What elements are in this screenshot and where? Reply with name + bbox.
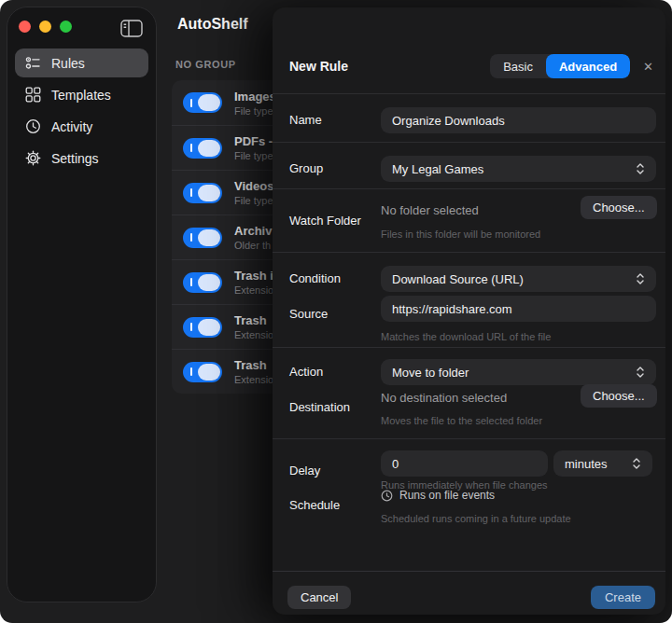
divider [273,142,665,143]
close-icon[interactable]: ✕ [643,61,653,73]
rule-title: Videos [234,179,273,193]
divider [273,438,665,439]
rule-toggle[interactable] [183,183,222,203]
sidebar-item-settings[interactable]: Settings [15,144,148,173]
destination-helper: Moves the file to the selected folder [381,415,542,426]
group-select-value: My Legal Games [392,162,483,176]
delay-input[interactable] [381,450,548,477]
delay-unit-value: minutes [565,457,608,471]
destination-choose-button[interactable]: Choose... [581,384,657,408]
chevron-up-down-icon [636,272,645,285]
chevron-up-down-icon [636,366,645,379]
divider [273,571,665,572]
rule-subtitle: Extensio [234,284,273,296]
schedule-status: Runs on file events [381,489,495,502]
activity-icon [24,118,41,135]
divider [273,252,665,253]
section-header-no-group: NO GROUP [175,59,236,70]
close-window-button[interactable] [19,21,31,33]
rule-title: PDFs - [234,134,273,148]
rule-toggle[interactable] [183,317,222,338]
rule-title: Trash [234,313,273,327]
name-label: Name [289,109,322,132]
schedule-status-text: Runs on file events [399,489,495,502]
sidebar-item-label: Settings [51,151,99,166]
window-controls [19,21,72,33]
clock-icon [381,490,393,502]
rule-toggle[interactable] [183,362,222,382]
source-helper: Matches the download URL of the file [381,331,551,342]
delay-unit-select[interactable]: minutes [553,450,652,477]
settings-icon [24,150,41,167]
chevron-up-down-icon [636,162,645,175]
condition-select[interactable]: Download Source (URL) [381,266,656,292]
action-select[interactable]: Move to folder [381,359,656,385]
condition-label: Condition [289,268,341,290]
sidebar-item-label: Templates [51,88,111,103]
tab-basic[interactable]: Basic [490,54,546,78]
name-input[interactable] [381,107,656,133]
action-select-value: Move to folder [392,366,469,380]
sidebar-nav: Rules Templates [15,48,148,173]
rule-toggle[interactable] [183,272,222,293]
watch-folder-label: Watch Folder [289,210,361,232]
sidebar: Rules Templates [7,7,157,602]
rule-toggle[interactable] [183,92,222,113]
sidebar-item-templates[interactable]: Templates [15,80,148,109]
schedule-helper: Scheduled runs coming in a future update [381,513,571,524]
rule-subtitle: File type [234,195,273,206]
rules-icon [24,55,41,72]
destination-value: No destination selected [381,387,507,409]
chevron-up-down-icon [632,457,641,470]
rule-title: Images [234,90,276,104]
modal-title: New Rule [289,59,348,74]
action-label: Action [289,361,323,383]
sidebar-item-activity[interactable]: Activity [15,112,148,141]
group-label: Group [289,158,323,180]
create-button[interactable]: Create [591,586,655,609]
new-rule-modal: New Rule Basic Advanced ✕ Name Group My … [273,7,665,615]
rule-title: Archiv [234,224,272,238]
modal-header: New Rule Basic Advanced ✕ [289,52,653,80]
rule-subtitle: File type [234,105,276,117]
watch-folder-choose-button[interactable]: Choose... [581,196,657,219]
rule-subtitle: Extensio [234,374,273,385]
divider [273,93,665,94]
templates-icon [24,87,41,104]
tab-advanced[interactable]: Advanced [546,54,630,78]
sidebar-toggle-icon[interactable] [119,19,144,38]
divider [273,347,665,348]
sidebar-item-label: Activity [51,119,92,134]
group-select[interactable]: My Legal Games [381,156,656,182]
watch-folder-helper: Files in this folder will be monitored [381,228,540,240]
zoom-window-button[interactable] [60,21,72,33]
sidebar-item-label: Rules [51,56,85,71]
delay-label: Delay [289,460,320,482]
source-label: Source [289,303,328,325]
source-input[interactable] [381,296,656,322]
mode-segmented-control: Basic Advanced [490,54,630,78]
destination-label: Destination [289,396,350,419]
rule-title: Trash i [234,269,273,283]
cancel-button[interactable]: Cancel [287,586,351,609]
rule-subtitle: Extensio [234,329,273,340]
rule-toggle[interactable] [183,228,222,248]
watch-folder-value: No folder selected [381,200,479,222]
rule-subtitle: File type [234,150,273,161]
schedule-label: Schedule [289,494,340,517]
divider [273,188,665,189]
rule-title: Trash [234,358,273,372]
app-window: Rules Templates [0,0,672,623]
condition-select-value: Download Source (URL) [392,272,524,286]
rule-subtitle: Older th [234,240,272,251]
sidebar-item-rules[interactable]: Rules [15,48,148,77]
rule-toggle[interactable] [183,138,222,159]
minimize-window-button[interactable] [39,21,51,33]
page-title: AutoShelf [177,16,248,33]
